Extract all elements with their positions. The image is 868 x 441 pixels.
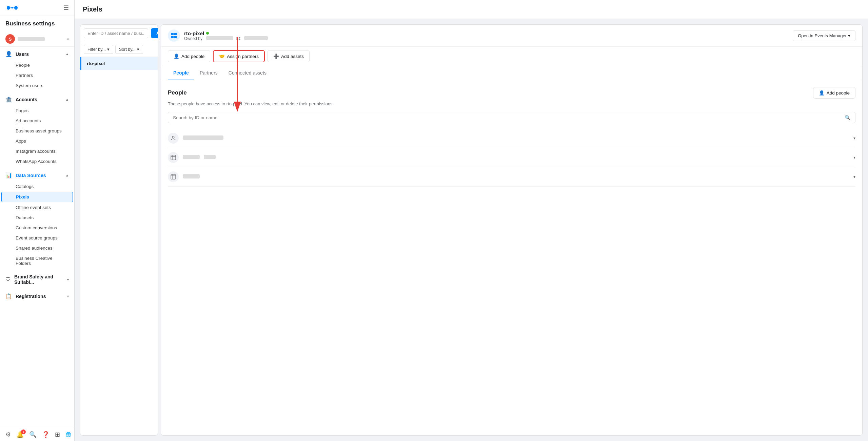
registrations-label: Registrations: [16, 294, 46, 299]
data-sources-section: 📊 Data Sources ▲ Catalogs Pixels Offline…: [0, 168, 74, 270]
sort-by-button[interactable]: Sort by... ▾: [115, 45, 143, 54]
asset-list-panel: Add Filter by... ▾ Sort by... ▾ rto-pixe…: [80, 24, 158, 436]
accounts-section-header[interactable]: 🏦 Accounts ▲: [0, 93, 74, 105]
asset-search-input[interactable]: [84, 28, 148, 38]
sidebar: ☰ Business settings S ▾ 👤 Users ▲ People…: [0, 0, 75, 441]
help-icon[interactable]: ❓: [42, 431, 50, 438]
brand-safety-header[interactable]: 🛡 Brand Safety and Suitabi... ▾: [0, 271, 74, 288]
sidebar-item-whatsapp-accounts[interactable]: WhatsApp Accounts: [1, 156, 73, 166]
page-title: Pixels: [75, 0, 868, 19]
sidebar-item-business-asset-groups[interactable]: Business asset groups: [1, 126, 73, 136]
sidebar-item-catalogs[interactable]: Catalogs: [1, 182, 73, 191]
users-section: 👤 Users ▲ People Partners System users: [0, 47, 74, 92]
sidebar-item-offline-event-sets[interactable]: Offline event sets: [1, 203, 73, 212]
brand-safety-collapse-icon: ▾: [67, 278, 69, 281]
tabs: People Partners Connected assets: [161, 66, 862, 80]
chevron-down-icon: ▾: [67, 37, 69, 41]
sidebar-bottom: ⚙ 🔔 1 🔍 ❓ ⊞ 🌐: [0, 428, 74, 441]
tab-people[interactable]: People: [168, 66, 194, 80]
content-area: Add Filter by... ▾ Sort by... ▾ rto-pixe…: [75, 19, 868, 441]
data-sources-label: Data Sources: [16, 173, 46, 178]
avatar: S: [5, 34, 15, 44]
accounts-icon: 🏦: [5, 96, 12, 103]
sidebar-item-system-users[interactable]: System users: [1, 81, 73, 90]
grid-icon[interactable]: ⊞: [55, 431, 60, 438]
add-people-section-label: Add people: [827, 90, 850, 96]
add-people-section-button[interactable]: 👤 Add people: [813, 87, 855, 99]
users-collapse-icon: ▲: [65, 52, 69, 56]
sidebar-item-custom-conversions[interactable]: Custom conversions: [1, 223, 73, 233]
assign-partners-button[interactable]: 🤝 Assign partners: [213, 50, 265, 62]
id-label: ID:: [236, 36, 241, 41]
sidebar-item-pages[interactable]: Pages: [1, 106, 73, 115]
pixel-name: rto-pixel: [184, 30, 204, 36]
registrations-header[interactable]: 📋 Registrations ▾: [0, 290, 74, 302]
people-section-header: People 👤 Add people: [168, 87, 855, 99]
filter-by-button[interactable]: Filter by... ▾: [84, 45, 113, 54]
action-bar: 👤 Add people 🤝 Assign partners ➕ Add ass…: [161, 47, 862, 66]
users-label: Users: [16, 51, 29, 57]
open-events-label: Open in Events Manager: [798, 33, 847, 38]
sidebar-item-apps[interactable]: Apps: [1, 136, 73, 146]
add-people-icon: 👤: [174, 54, 179, 59]
details-header: rto-pixel Owned by: ID: Open in Events M…: [161, 25, 862, 47]
notifications-badge: 1: [21, 429, 26, 434]
registrations-icon: 📋: [5, 293, 12, 299]
pixel-meta: Owned by: ID:: [184, 36, 268, 41]
add-assets-button[interactable]: ➕ Add assets: [268, 50, 310, 62]
meta-logo-icon: [5, 4, 19, 11]
sidebar-item-shared-audiences[interactable]: Shared audiences: [1, 243, 73, 253]
owner-name-blur: [206, 36, 233, 40]
person-expand-icon-3[interactable]: ▾: [853, 174, 855, 179]
account-name: [18, 37, 45, 41]
account-selector[interactable]: S ▾: [0, 31, 74, 47]
sort-chevron-icon: ▾: [137, 47, 139, 52]
sidebar-item-datasets[interactable]: Datasets: [1, 213, 73, 223]
open-events-manager-button[interactable]: Open in Events Manager ▾: [793, 30, 855, 41]
data-sources-section-header[interactable]: 📊 Data Sources ▲: [0, 169, 74, 181]
users-icon: 👤: [5, 51, 12, 57]
sidebar-item-pixels[interactable]: Pixels: [1, 192, 73, 202]
people-row-2: ▾: [168, 148, 855, 167]
tab-connected-assets[interactable]: Connected assets: [223, 66, 272, 80]
pixel-icon: [168, 29, 180, 42]
sidebar-item-business-creative-folders[interactable]: Business Creative Folders: [1, 253, 73, 268]
sidebar-item-ad-accounts[interactable]: Ad accounts: [1, 116, 73, 126]
person-expand-icon-2[interactable]: ▾: [853, 155, 855, 160]
data-sources-icon: 📊: [5, 172, 12, 178]
pixel-svg-icon: [171, 32, 177, 39]
people-section-title: People: [168, 89, 187, 96]
pixel-info: rto-pixel Owned by: ID:: [168, 29, 268, 42]
assign-partners-label: Assign partners: [227, 54, 259, 59]
sidebar-item-event-source-groups[interactable]: Event source groups: [1, 233, 73, 243]
brand-safety-label: Brand Safety and Suitabi...: [14, 274, 67, 285]
asset-search-bar: Add: [80, 25, 158, 42]
tab-content-people: People 👤 Add people These people have ac…: [161, 80, 862, 435]
sidebar-item-people[interactable]: People: [1, 60, 73, 70]
people-row-3: ▾: [168, 167, 855, 187]
search-icon[interactable]: 🔍: [29, 431, 37, 438]
asset-item-rto-pixel[interactable]: rto-pixel: [80, 57, 158, 70]
svg-rect-3: [174, 36, 177, 38]
tab-partners[interactable]: Partners: [194, 66, 223, 80]
brand-safety-section: 🛡 Brand Safety and Suitabi... ▾: [0, 270, 74, 289]
hamburger-icon[interactable]: ☰: [63, 4, 69, 12]
add-people-action-label: Add people: [181, 54, 204, 59]
accounts-section: 🏦 Accounts ▲ Pages Ad accounts Business …: [0, 92, 74, 168]
people-search-input[interactable]: [173, 115, 842, 120]
svg-rect-2: [171, 36, 174, 38]
registrations-collapse-icon: ▾: [67, 294, 69, 298]
add-people-action-button[interactable]: 👤 Add people: [168, 50, 210, 62]
settings-icon[interactable]: ⚙: [5, 431, 11, 438]
svg-rect-1: [174, 33, 177, 35]
add-button[interactable]: Add: [151, 28, 158, 38]
main-area: Pixels Add Filter by... ▾ Sort by... ▾ r…: [75, 0, 868, 441]
users-section-header[interactable]: 👤 Users ▲: [0, 48, 74, 60]
sidebar-title: Business settings: [0, 16, 74, 31]
notifications-icon[interactable]: 🔔 1: [16, 431, 24, 438]
sidebar-item-partners[interactable]: Partners: [1, 70, 73, 80]
details-panel: rto-pixel Owned by: ID: Open in Events M…: [161, 24, 863, 436]
sidebar-header: ☰: [0, 0, 74, 16]
sidebar-item-instagram-accounts[interactable]: Instagram accounts: [1, 146, 73, 156]
person-expand-icon-1[interactable]: ▾: [853, 136, 855, 141]
